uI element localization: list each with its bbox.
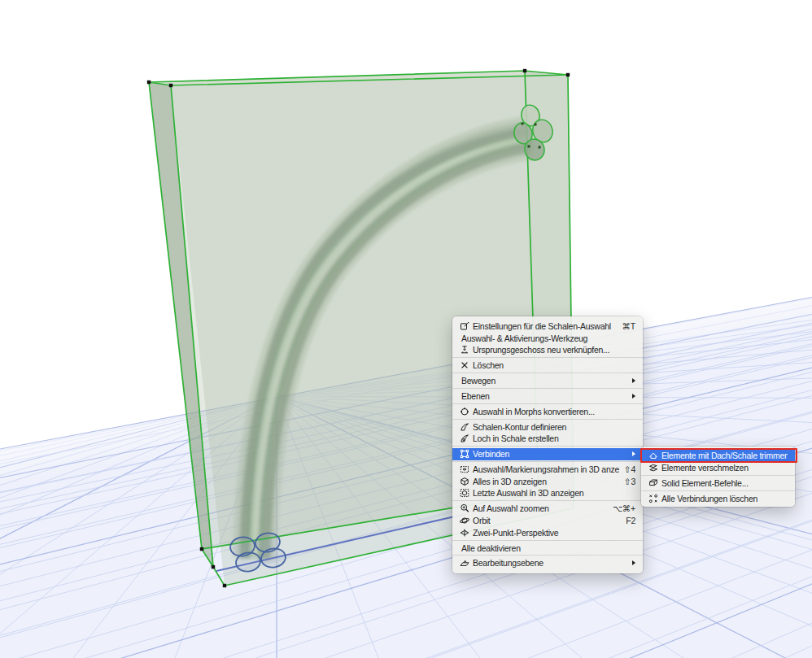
menu-separator [452, 357, 643, 358]
submenu-item-solid-element-operations[interactable]: Solid Element-Befehle... [641, 477, 795, 489]
menu-item-move[interactable]: Bewegen [452, 375, 643, 387]
merge-icon [648, 463, 661, 473]
two-point-perspective-icon [460, 528, 473, 538]
shell-settings-icon [460, 321, 473, 331]
menu-separator [452, 446, 643, 447]
menu-item-convert-to-morph[interactable]: Auswahl in Morphs konvertieren... [452, 405, 643, 417]
submenu-arrow-icon [632, 560, 635, 565]
menu-separator [452, 419, 643, 420]
menu-separator [452, 461, 643, 462]
submenu-arrow-icon [632, 378, 635, 383]
editing-plane-icon [460, 558, 473, 568]
solid-element-icon [648, 478, 661, 488]
menu-item-selection-tool[interactable]: Auswahl- & Aktivierungs-Werkzeug [452, 332, 643, 344]
connect-icon [460, 449, 473, 459]
menu-separator [452, 555, 643, 556]
menu-item-orbit[interactable]: Orbit F2 [452, 515, 643, 527]
menu-separator [452, 403, 643, 404]
morph-icon [460, 407, 473, 416]
menu-item-editing-plane[interactable]: Bearbeitungsebene [452, 557, 643, 569]
menu-item-show-last-selection-3d[interactable]: Letzte Auswahl in 3D anzeigen [452, 487, 643, 499]
context-menu: Einstellungen für die Schalen-Auswahl ⌘T… [452, 316, 643, 573]
zoom-selection-icon [460, 503, 473, 513]
menu-separator [452, 500, 643, 501]
menu-separator [452, 373, 643, 373]
marquee-3d-icon [460, 464, 473, 474]
delete-icon [460, 360, 473, 370]
cube-icon [460, 477, 473, 486]
clear-connections-icon [648, 494, 661, 503]
menu-item-deselect-all[interactable]: Alle deaktivieren [452, 542, 643, 554]
3d-viewport[interactable] [0, 0, 812, 658]
submenu-item-merge-elements[interactable]: Elemente verschmelzen [641, 461, 795, 473]
menu-separator [641, 490, 795, 491]
submenu-arrow-icon [632, 394, 635, 399]
menu-item-two-point-perspective[interactable]: Zwei-Punkt-Perspektive [452, 526, 643, 538]
menu-item-connect[interactable]: Verbinden [452, 448, 643, 460]
menu-item-show-marquee-in-3d[interactable]: Auswahl/Markierungsrahmen in 3D anzeigen… [452, 464, 643, 476]
menu-item-delete[interactable]: Löschen [452, 360, 643, 372]
menu-separator [641, 475, 795, 476]
submenu-arrow-icon [632, 451, 635, 456]
menu-item-zoom-to-selection[interactable]: Auf Auswahl zoomen ⌥⌘+ [452, 503, 643, 515]
menu-separator [452, 540, 643, 541]
shell-contour-icon [460, 422, 473, 432]
trim-roof-icon [648, 451, 661, 460]
menu-separator [452, 388, 643, 389]
shell-hole-icon [460, 434, 473, 443]
menu-item-show-all-in-3d[interactable]: Alles in 3D anzeigen ⇧3 [452, 475, 643, 487]
menu-item-create-shell-hole[interactable]: Loch in Schale erstellen [452, 433, 643, 445]
submenu-item-trim-to-roof-shell[interactable]: Elemente mit Dach/Schale trimmen [641, 449, 795, 461]
menu-item-shell-settings[interactable]: Einstellungen für die Schalen-Auswahl ⌘T [452, 320, 643, 333]
menu-item-define-shell-contour[interactable]: Schalen-Kontur definieren [452, 421, 643, 433]
menu-item-relink-home-story[interactable]: Ursprungsgeschoss neu verknüpfen... [452, 344, 643, 356]
last-selection-3d-icon [460, 488, 473, 498]
orbit-icon [460, 516, 473, 525]
menu-item-layers[interactable]: Ebenen [452, 390, 643, 403]
submenu-item-clear-all-connections[interactable]: Alle Verbindungen löschen [641, 492, 795, 504]
connect-submenu: Elemente mit Dach/Schale trimmen Element… [641, 447, 795, 507]
relink-story-icon [460, 345, 473, 355]
